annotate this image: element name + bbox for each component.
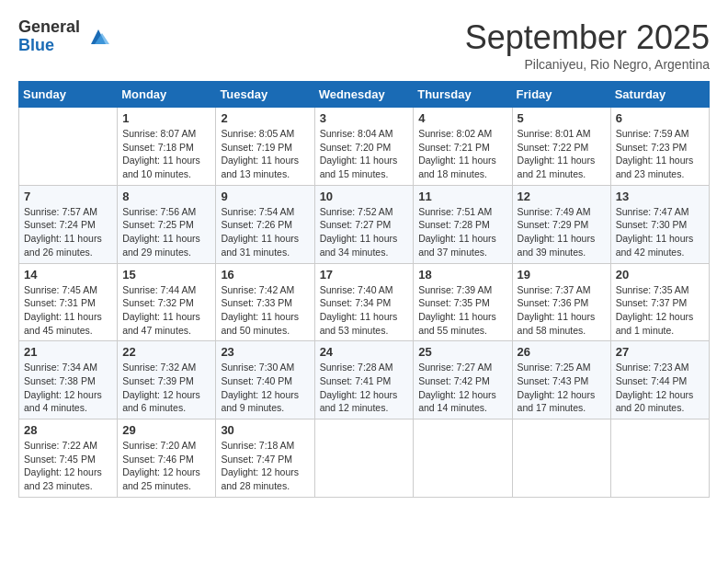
day-of-week-header: Thursday [414, 82, 512, 108]
day-of-week-header: Sunday [19, 82, 118, 108]
cell-content: Sunrise: 7:51 AMSunset: 7:28 PMDaylight:… [418, 205, 506, 259]
calendar-cell: 23Sunrise: 7:30 AMSunset: 7:40 PMDayligh… [216, 341, 314, 419]
day-number: 6 [616, 111, 704, 125]
calendar-cell [19, 108, 118, 186]
month-title: September 2025 [465, 18, 710, 57]
calendar-cell [314, 419, 414, 498]
day-number: 28 [24, 423, 112, 437]
day-number: 29 [122, 423, 210, 437]
calendar-cell: 18Sunrise: 7:39 AMSunset: 7:35 PMDayligh… [414, 263, 512, 341]
cell-content: Sunrise: 7:22 AMSunset: 7:45 PMDaylight:… [24, 439, 112, 493]
calendar-cell [512, 419, 610, 498]
calendar-cell: 16Sunrise: 7:42 AMSunset: 7:33 PMDayligh… [216, 263, 314, 341]
cell-content: Sunrise: 7:32 AMSunset: 7:39 PMDaylight:… [122, 361, 210, 415]
cell-content: Sunrise: 7:30 AMSunset: 7:40 PMDaylight:… [221, 361, 309, 415]
day-number: 19 [518, 268, 606, 282]
day-number: 24 [320, 345, 409, 359]
calendar-cell: 21Sunrise: 7:34 AMSunset: 7:38 PMDayligh… [19, 341, 118, 419]
calendar-cell: 22Sunrise: 7:32 AMSunset: 7:39 PMDayligh… [118, 341, 216, 419]
day-number: 11 [418, 190, 506, 203]
cell-content: Sunrise: 7:52 AMSunset: 7:27 PMDaylight:… [320, 205, 409, 259]
calendar-cell: 17Sunrise: 7:40 AMSunset: 7:34 PMDayligh… [314, 263, 414, 341]
title-block: September 2025 Pilcaniyeu, Rio Negro, Ar… [465, 18, 710, 72]
logo-icon [85, 24, 111, 50]
day-number: 23 [221, 345, 309, 359]
day-number: 22 [122, 345, 210, 359]
cell-content: Sunrise: 7:34 AMSunset: 7:38 PMDaylight:… [24, 361, 112, 415]
cell-content: Sunrise: 7:25 AMSunset: 7:43 PMDaylight:… [518, 361, 606, 415]
day-number: 15 [122, 268, 210, 282]
calendar-cell: 10Sunrise: 7:52 AMSunset: 7:27 PMDayligh… [314, 185, 414, 263]
day-of-week-header: Wednesday [314, 82, 414, 108]
calendar-cell: 6Sunrise: 7:59 AMSunset: 7:23 PMDaylight… [610, 108, 709, 186]
logo-general-text: General [18, 18, 80, 37]
calendar-week-row: 14Sunrise: 7:45 AMSunset: 7:31 PMDayligh… [19, 263, 710, 341]
day-number: 8 [122, 190, 210, 203]
cell-content: Sunrise: 7:54 AMSunset: 7:26 PMDaylight:… [221, 205, 309, 259]
cell-content: Sunrise: 8:04 AMSunset: 7:20 PMDaylight:… [320, 127, 409, 181]
day-number: 12 [518, 190, 606, 203]
calendar-week-row: 28Sunrise: 7:22 AMSunset: 7:45 PMDayligh… [19, 419, 710, 498]
day-number: 26 [518, 345, 606, 359]
calendar-cell: 11Sunrise: 7:51 AMSunset: 7:28 PMDayligh… [414, 185, 512, 263]
day-number: 13 [616, 190, 704, 203]
logo-blue-text: Blue [18, 37, 80, 55]
day-number: 21 [24, 345, 112, 359]
calendar-cell: 15Sunrise: 7:44 AMSunset: 7:32 PMDayligh… [118, 263, 216, 341]
day-number: 14 [24, 268, 112, 282]
cell-content: Sunrise: 7:18 AMSunset: 7:47 PMDaylight:… [221, 439, 309, 493]
day-of-week-header: Monday [118, 82, 216, 108]
day-number: 10 [320, 190, 409, 203]
calendar-week-row: 1Sunrise: 8:07 AMSunset: 7:18 PMDaylight… [19, 108, 710, 186]
cell-content: Sunrise: 7:42 AMSunset: 7:33 PMDaylight:… [221, 283, 309, 338]
calendar-cell: 30Sunrise: 7:18 AMSunset: 7:47 PMDayligh… [216, 419, 314, 498]
cell-content: Sunrise: 7:27 AMSunset: 7:42 PMDaylight:… [418, 361, 506, 415]
calendar-cell: 14Sunrise: 7:45 AMSunset: 7:31 PMDayligh… [19, 263, 118, 341]
calendar-cell: 12Sunrise: 7:49 AMSunset: 7:29 PMDayligh… [512, 185, 610, 263]
day-number: 25 [418, 345, 506, 359]
day-number: 27 [616, 345, 704, 359]
day-of-week-header: Tuesday [216, 82, 314, 108]
day-number: 17 [320, 268, 409, 282]
calendar-cell: 25Sunrise: 7:27 AMSunset: 7:42 PMDayligh… [414, 341, 512, 419]
calendar-cell: 20Sunrise: 7:35 AMSunset: 7:37 PMDayligh… [610, 263, 709, 341]
calendar-cell: 9Sunrise: 7:54 AMSunset: 7:26 PMDaylight… [216, 185, 314, 263]
calendar-cell: 3Sunrise: 8:04 AMSunset: 7:20 PMDaylight… [314, 108, 414, 186]
calendar-cell: 1Sunrise: 8:07 AMSunset: 7:18 PMDaylight… [118, 108, 216, 186]
cell-content: Sunrise: 7:39 AMSunset: 7:35 PMDaylight:… [418, 283, 506, 338]
cell-content: Sunrise: 7:56 AMSunset: 7:25 PMDaylight:… [122, 205, 210, 259]
day-number: 9 [221, 190, 309, 203]
day-number: 18 [418, 268, 506, 282]
cell-content: Sunrise: 7:20 AMSunset: 7:46 PMDaylight:… [122, 439, 210, 493]
day-number: 2 [221, 111, 309, 125]
day-number: 7 [24, 190, 112, 203]
cell-content: Sunrise: 7:28 AMSunset: 7:41 PMDaylight:… [320, 361, 409, 415]
day-number: 30 [221, 423, 309, 437]
day-of-week-header: Saturday [610, 82, 709, 108]
cell-content: Sunrise: 7:23 AMSunset: 7:44 PMDaylight:… [616, 361, 704, 415]
cell-content: Sunrise: 8:05 AMSunset: 7:19 PMDaylight:… [221, 127, 309, 181]
page-header: General Blue September 2025 Pilcaniyeu, … [18, 18, 710, 72]
calendar-cell [610, 419, 709, 498]
calendar-cell: 26Sunrise: 7:25 AMSunset: 7:43 PMDayligh… [512, 341, 610, 419]
calendar-cell: 8Sunrise: 7:56 AMSunset: 7:25 PMDaylight… [118, 185, 216, 263]
cell-content: Sunrise: 8:02 AMSunset: 7:21 PMDaylight:… [418, 127, 506, 181]
cell-content: Sunrise: 7:35 AMSunset: 7:37 PMDaylight:… [616, 283, 704, 338]
cell-content: Sunrise: 8:01 AMSunset: 7:22 PMDaylight:… [518, 127, 606, 181]
calendar-cell [414, 419, 512, 498]
calendar-cell: 29Sunrise: 7:20 AMSunset: 7:46 PMDayligh… [118, 419, 216, 498]
logo: General Blue [18, 18, 111, 55]
day-number: 1 [122, 111, 210, 125]
calendar-cell: 5Sunrise: 8:01 AMSunset: 7:22 PMDaylight… [512, 108, 610, 186]
cell-content: Sunrise: 7:59 AMSunset: 7:23 PMDaylight:… [616, 127, 704, 181]
cell-content: Sunrise: 7:57 AMSunset: 7:24 PMDaylight:… [24, 205, 112, 259]
calendar-cell: 27Sunrise: 7:23 AMSunset: 7:44 PMDayligh… [610, 341, 709, 419]
cell-content: Sunrise: 7:47 AMSunset: 7:30 PMDaylight:… [616, 205, 704, 259]
calendar-week-row: 7Sunrise: 7:57 AMSunset: 7:24 PMDaylight… [19, 185, 710, 263]
calendar-week-row: 21Sunrise: 7:34 AMSunset: 7:38 PMDayligh… [19, 341, 710, 419]
calendar-cell: 13Sunrise: 7:47 AMSunset: 7:30 PMDayligh… [610, 185, 709, 263]
day-number: 5 [518, 111, 606, 125]
cell-content: Sunrise: 7:37 AMSunset: 7:36 PMDaylight:… [518, 283, 606, 338]
calendar-cell: 2Sunrise: 8:05 AMSunset: 7:19 PMDaylight… [216, 108, 314, 186]
calendar-cell: 19Sunrise: 7:37 AMSunset: 7:36 PMDayligh… [512, 263, 610, 341]
